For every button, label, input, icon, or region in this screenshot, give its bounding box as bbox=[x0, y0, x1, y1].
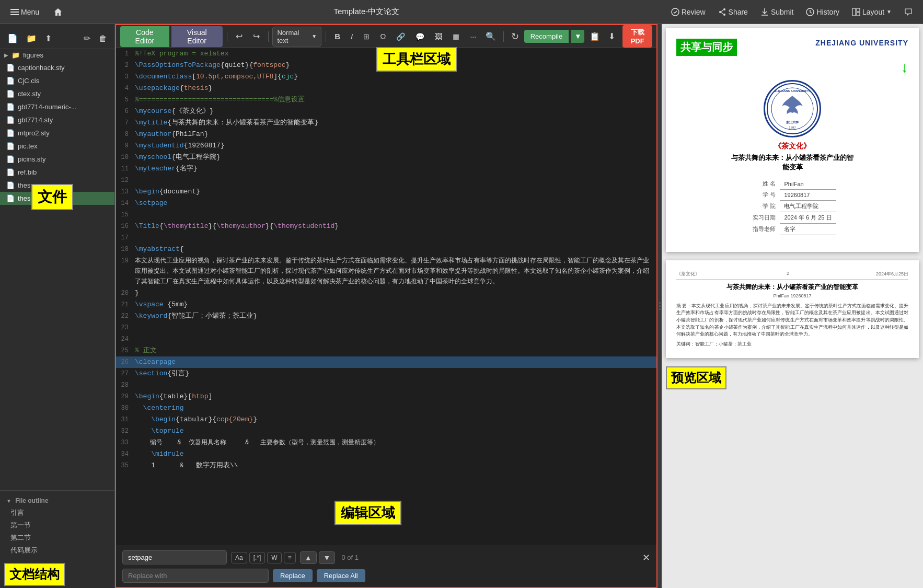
layout-button[interactable]: Layout ▼ bbox=[847, 6, 897, 18]
chat-button[interactable] bbox=[899, 6, 918, 18]
share-button[interactable]: Share bbox=[713, 6, 753, 18]
review-button[interactable]: Review bbox=[666, 6, 711, 18]
search-button[interactable]: 🔍 bbox=[482, 29, 499, 43]
undo-button[interactable]: ↩ bbox=[232, 29, 247, 43]
code-line-14: 14 \setpage bbox=[116, 198, 656, 209]
table-button[interactable]: ⊞ bbox=[359, 30, 374, 43]
sidebar-item-cjc[interactable]: 📄 CjC.cls bbox=[0, 74, 114, 87]
sidebar-item-ref[interactable]: 📄 ref.bib bbox=[0, 166, 114, 179]
sidebar-item-picins[interactable]: 📄 picins.sty bbox=[0, 153, 114, 166]
teacher-label: 指导老师 bbox=[748, 223, 780, 235]
code-line-6: 6 \mycourse{《茶文化》} bbox=[116, 106, 656, 117]
outline-item-intro[interactable]: 引言 bbox=[0, 506, 114, 519]
sidebar-item-pic[interactable]: 📄 pic.tex bbox=[0, 140, 114, 153]
page2-left-header: 《茶文化》 bbox=[676, 271, 700, 278]
menu-button[interactable]: Menu bbox=[5, 6, 44, 18]
delete-button[interactable]: 🗑 bbox=[96, 31, 110, 45]
info-row-author: 姓 名 PhilFan bbox=[748, 178, 836, 189]
code-line-21: 21 \vspace {5mm} bbox=[116, 299, 656, 310]
code-line-25: 25 % 正文 bbox=[116, 345, 656, 356]
outline-item-code[interactable]: 代码展示 bbox=[0, 544, 114, 557]
refresh-icon-button[interactable]: ↻ bbox=[508, 29, 522, 44]
home-button[interactable] bbox=[49, 6, 67, 18]
download-pdf-button[interactable]: 下载PDF bbox=[622, 25, 652, 48]
resize-dot-3 bbox=[659, 308, 661, 310]
preview-page-2: 《茶文化》 2 2024年6月25日 与茶共舞的未来：从小罐茶看茶产业的智能变革… bbox=[666, 260, 919, 358]
replace-all-button[interactable]: Replace All bbox=[317, 569, 365, 582]
download2-icon-button[interactable]: ⬇ bbox=[605, 29, 618, 43]
preview-panel: 共享与同步 ZHEJIANG UNIVERSITY ↓ ZHEJIANG UNI… bbox=[662, 24, 923, 588]
svg-text:ZHEJIANG UNIVERSITY: ZHEJIANG UNIVERSITY bbox=[775, 89, 810, 93]
sidebar-item-ctex[interactable]: 📄 ctex.sty bbox=[0, 87, 114, 100]
outline-item-sec1[interactable]: 第一节 bbox=[0, 519, 114, 532]
resize-handle[interactable] bbox=[657, 24, 662, 588]
folder-icon: 📁 bbox=[11, 51, 20, 59]
code-line-8: 8 \myauthor{PhilFan} bbox=[116, 129, 656, 140]
submit-label: Submit bbox=[771, 8, 794, 16]
sidebar-item-figures[interactable]: ▶ 📁 figures bbox=[0, 49, 114, 61]
search-options: Aa [.*] W ≡ bbox=[231, 552, 296, 563]
search-navigation: ▲ ▼ bbox=[300, 551, 336, 564]
image-button[interactable]: 🖼 bbox=[431, 30, 446, 43]
comment-button[interactable]: 💬 bbox=[411, 30, 429, 43]
edit-button[interactable]: ✏ bbox=[80, 31, 94, 45]
filename-picins: picins.sty bbox=[18, 155, 45, 163]
code-line-5: 5 %=================================%信息设… bbox=[116, 94, 656, 106]
omega-button[interactable]: Ω bbox=[376, 30, 390, 43]
layout-icon bbox=[852, 8, 860, 16]
code-line-35: 35 1 & 数字万用表\\ bbox=[116, 460, 656, 471]
code-line-32: 32 \toprule bbox=[116, 425, 656, 437]
new-folder-button[interactable]: 📁 bbox=[23, 31, 40, 45]
teacher-value: 名字 bbox=[780, 223, 836, 235]
university-seal-svg: ZHEJIANG UNIVERSITY 1897 浙江大学 bbox=[766, 83, 818, 135]
code-line-3: 3 \documentclass[10.5pt,compsoc,UTF8]{cj… bbox=[116, 71, 656, 83]
recompile-button[interactable]: Recompile bbox=[524, 30, 569, 43]
more-button[interactable]: ··· bbox=[466, 30, 480, 43]
replace-button[interactable]: Replace bbox=[273, 569, 313, 582]
search-prev-button[interactable]: ▲ bbox=[300, 551, 317, 564]
search-close-button[interactable]: ✕ bbox=[642, 552, 650, 563]
code-line-9: 9 \mystudentid{19260817} bbox=[116, 140, 656, 152]
new-file-button[interactable]: 📄 bbox=[4, 31, 21, 45]
file-list: 📄 📁 ⬆ ✏ 🗑 ▶ 📁 figures 📄 captionhack.sty … bbox=[0, 24, 114, 490]
file-icon-pic: 📄 bbox=[6, 142, 15, 150]
case-sensitive-button[interactable]: Aa bbox=[231, 552, 247, 563]
code-line-27: 27 \section{引言} bbox=[116, 368, 656, 379]
regex-button[interactable]: [.*] bbox=[249, 552, 266, 563]
sidebar-item-gbt7714-numeric[interactable]: 📄 gbt7714-numeric-... bbox=[0, 100, 114, 113]
svg-line-7 bbox=[721, 10, 723, 11]
code-content[interactable]: 1 %!TeX program = xelatex 2 \PassOptions… bbox=[116, 48, 656, 546]
upload-button[interactable]: ⬆ bbox=[42, 31, 55, 45]
italic-button[interactable]: I bbox=[347, 30, 357, 43]
code-line-20: 20 } bbox=[116, 287, 656, 299]
table2-button[interactable]: ▦ bbox=[448, 30, 464, 43]
svg-point-4 bbox=[723, 8, 725, 10]
compile-dropdown-button[interactable]: ▼ bbox=[571, 30, 584, 43]
file-icon-gbt2: 📄 bbox=[6, 116, 15, 124]
sidebar-item-mtpro2[interactable]: 📄 mtpro2.sty bbox=[0, 126, 114, 140]
code-editor-button[interactable]: Code Editor bbox=[120, 26, 169, 47]
outline-item-sec2[interactable]: 第二节 bbox=[0, 532, 114, 544]
school-value: 电气工程学院 bbox=[780, 200, 836, 212]
link-button[interactable]: 🔗 bbox=[392, 30, 409, 43]
sidebar-item-captionhack[interactable]: 📄 captionhack.sty bbox=[0, 61, 114, 74]
history-button[interactable]: History bbox=[801, 6, 845, 18]
replace-input[interactable] bbox=[122, 569, 269, 583]
list-button[interactable]: ≡ bbox=[284, 552, 296, 563]
search-input[interactable] bbox=[122, 550, 227, 564]
page2-author: PhilFan 19260817 bbox=[676, 293, 908, 298]
sidebar-item-gbt7714[interactable]: 📄 gbt7714.sty bbox=[0, 113, 114, 126]
search-next-button[interactable]: ▼ bbox=[319, 551, 336, 564]
download-icon-button[interactable]: 📋 bbox=[586, 29, 603, 43]
submit-button[interactable]: Submit bbox=[755, 6, 799, 18]
file-outline-title: ▼ File outline bbox=[0, 495, 114, 506]
bold-button[interactable]: B bbox=[330, 30, 344, 43]
paragraph-style-dropdown[interactable]: Normal text ▼ bbox=[272, 27, 321, 47]
document-title: Template-中文论文 bbox=[72, 7, 662, 17]
visual-editor-button[interactable]: Visual Editor bbox=[171, 26, 223, 47]
whole-word-button[interactable]: W bbox=[267, 552, 281, 563]
code-line-28: 28 bbox=[116, 379, 656, 391]
home-icon bbox=[54, 8, 62, 16]
svg-rect-12 bbox=[857, 13, 860, 16]
redo-button[interactable]: ↪ bbox=[249, 29, 264, 43]
